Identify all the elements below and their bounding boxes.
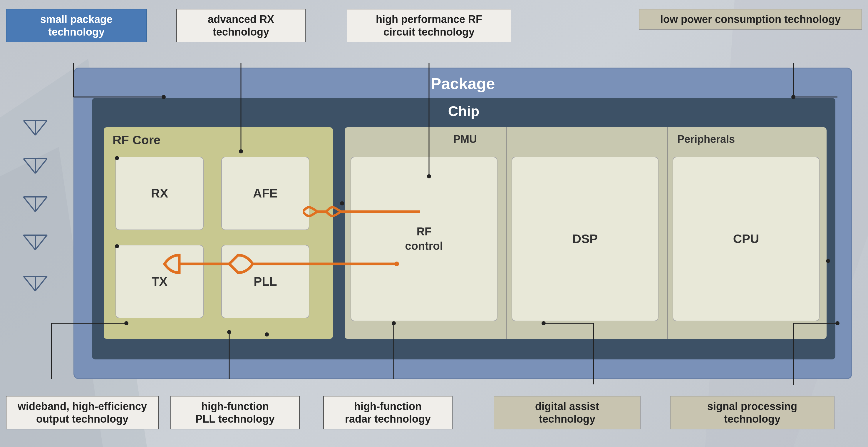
divider-1 <box>506 127 506 339</box>
orange-signal <box>156 252 405 276</box>
wideband-label: wideband, high-efficiencyoutput technolo… <box>6 396 159 429</box>
chip-title: Chip <box>448 103 479 119</box>
rx-cell: RX <box>116 157 204 230</box>
svg-line-6 <box>35 120 47 135</box>
svg-line-21 <box>24 276 35 291</box>
svg-line-9 <box>24 159 35 173</box>
dsp-cell: DSP <box>512 157 658 321</box>
package-title: Package <box>431 74 495 93</box>
svg-line-10 <box>35 159 47 173</box>
chip-container: Chip RF Core RX AFE TX PLL <box>92 98 835 359</box>
svg-line-22 <box>35 276 47 291</box>
small-package-label: small package technology <box>6 9 147 42</box>
rf-core-container: RF Core RX AFE TX PLL <box>104 127 333 339</box>
pll-tech-label: high-functionPLL technology <box>170 396 300 429</box>
peripherals-header: Peripherals <box>586 133 827 146</box>
divider-2 <box>667 127 668 339</box>
svg-line-18 <box>35 235 47 250</box>
svg-line-5 <box>24 120 35 135</box>
signal-processing-label: signal processingtechnology <box>670 396 835 429</box>
rf-core-title: RF Core <box>113 133 160 147</box>
dot-dsp <box>826 259 830 263</box>
high-perf-rf-label: high performance RFcircuit technology <box>347 9 511 42</box>
pmu-header: PMU <box>345 133 586 146</box>
signal-fork <box>303 200 420 224</box>
svg-point-27 <box>394 262 399 266</box>
low-power-label: low power consumption technology <box>639 9 862 30</box>
svg-line-13 <box>24 197 35 212</box>
antennas <box>18 112 53 318</box>
right-section: PMU Peripherals RFcontrol DSP CPU <box>345 127 827 339</box>
package-container: Package Chip RF Core RX AFE TX PLL <box>73 68 852 379</box>
cpu-cell: CPU <box>673 157 819 321</box>
rf-control-cell: RFcontrol <box>350 157 497 321</box>
afe-cell: AFE <box>221 157 309 230</box>
radar-tech-label: high-functionradar technology <box>323 396 453 429</box>
advanced-rx-label: advanced RXtechnology <box>176 9 306 42</box>
svg-line-14 <box>35 197 47 212</box>
digital-assist-label: digital assisttechnology <box>494 396 641 429</box>
svg-line-17 <box>24 235 35 250</box>
